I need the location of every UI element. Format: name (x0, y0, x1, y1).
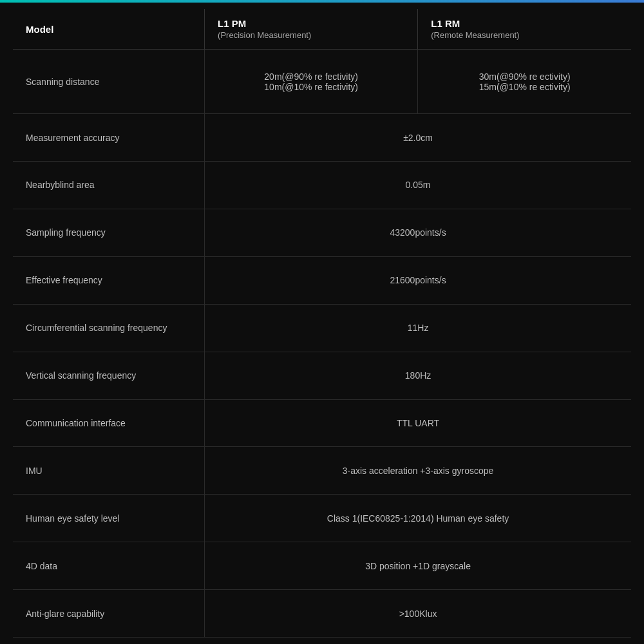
cell-value: 43200points/s (205, 209, 631, 256)
table-row: Effective frequency21600points/s (13, 256, 631, 304)
cell-feature: Communication interface (13, 399, 205, 447)
cell-value: 180Hz (205, 352, 631, 399)
table-row: IMU3-axis acceleration +3-axis gyroscope (13, 447, 631, 495)
cell-feature: Nearbyblind area (13, 162, 205, 209)
table-header-row: Model L1 PM (Precision Measurement) L1 R… (13, 9, 631, 50)
cell-feature: 4D data (13, 542, 205, 590)
cell-value: >100Klux (205, 590, 631, 638)
col-header-l1pm: L1 PM (Precision Measurement) (205, 9, 418, 50)
table-row: Scanning distance20m(@90% re fectivity)1… (13, 50, 631, 114)
cell-l1rm: 30m(@90% re ectivity)15m(@10% re ectivit… (418, 50, 631, 114)
table-container: Model L1 PM (Precision Measurement) L1 R… (0, 3, 644, 644)
cell-feature: Human eye safety level (13, 495, 205, 542)
table-row: Measurement accuracy±2.0cm (13, 114, 631, 162)
table-row: Circumferential scanning frequency11Hz (13, 304, 631, 352)
cell-value: TTL UART (205, 399, 631, 447)
cell-value: 3-axis acceleration +3-axis gyroscope (205, 447, 631, 495)
cell-feature: Scanning distance (13, 50, 205, 114)
cell-value: 3D position +1D grayscale (205, 542, 631, 590)
spec-table: Model L1 PM (Precision Measurement) L1 R… (13, 9, 631, 638)
cell-feature: Measurement accuracy (13, 114, 205, 162)
table-row: Nearbyblind area0.05m (13, 162, 631, 209)
table-row: Vertical scanning frequency180Hz (13, 352, 631, 399)
table-body: Scanning distance20m(@90% re fectivity)1… (13, 50, 631, 638)
cell-feature: IMU (13, 447, 205, 495)
table-row: Communication interfaceTTL UART (13, 399, 631, 447)
cell-value: Class 1(IEC60825-1:2014) Human eye safet… (205, 495, 631, 542)
cell-feature: Vertical scanning frequency (13, 352, 205, 399)
cell-feature: Effective frequency (13, 256, 205, 304)
table-row: 4D data3D position +1D grayscale (13, 542, 631, 590)
col-header-l1rm: L1 RM (Remote Measurement) (418, 9, 631, 50)
cell-l1pm: 20m(@90% re fectivity)10m(@10% re fectiv… (205, 50, 418, 114)
table-row: Human eye safety levelClass 1(IEC60825-1… (13, 495, 631, 542)
col-header-feature: Model (13, 9, 205, 50)
cell-feature: Sampling frequency (13, 209, 205, 256)
page-wrapper: Model L1 PM (Precision Measurement) L1 R… (0, 0, 644, 644)
cell-feature: Anti-glare capability (13, 590, 205, 638)
table-row: Anti-glare capability>100Klux (13, 590, 631, 638)
cell-feature: Circumferential scanning frequency (13, 304, 205, 352)
table-row: Sampling frequency43200points/s (13, 209, 631, 256)
cell-value: ±2.0cm (205, 114, 631, 162)
cell-value: 21600points/s (205, 256, 631, 304)
cell-value: 0.05m (205, 162, 631, 209)
cell-value: 11Hz (205, 304, 631, 352)
